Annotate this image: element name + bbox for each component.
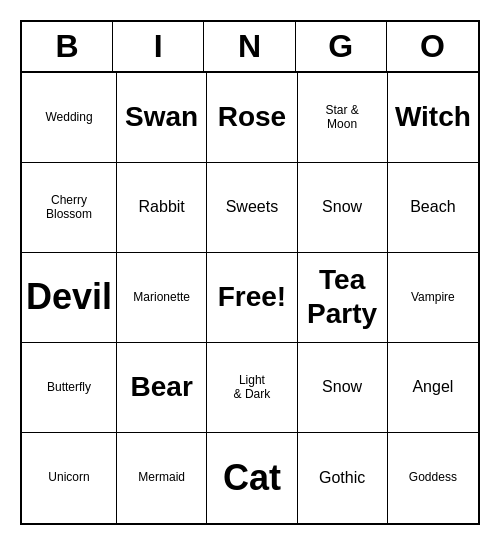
bingo-cell-10: Devil [22,253,117,343]
bingo-cell-7: Sweets [207,163,297,253]
header-letter-n: N [204,22,295,71]
bingo-cell-14: Vampire [388,253,478,343]
bingo-cell-19: Angel [388,343,478,433]
cell-text-19: Angel [412,377,453,396]
cell-text-18: Snow [322,377,362,396]
bingo-cell-0: Wedding [22,73,117,163]
bingo-cell-23: Gothic [298,433,388,523]
bingo-cell-12: Free! [207,253,297,343]
bingo-cell-20: Unicorn [22,433,117,523]
cell-text-3: Star &Moon [325,103,358,132]
cell-text-16: Bear [131,370,193,404]
cell-text-6: Rabbit [139,197,185,216]
cell-text-2: Rose [218,100,286,134]
bingo-cell-21: Mermaid [117,433,207,523]
header-letter-o: O [387,22,478,71]
bingo-cell-2: Rose [207,73,297,163]
bingo-cell-4: Witch [388,73,478,163]
cell-text-11: Marionette [133,290,190,304]
cell-text-5: CherryBlossom [46,193,92,222]
header-letter-g: G [296,22,387,71]
bingo-cell-16: Bear [117,343,207,433]
header-letter-b: B [22,22,113,71]
bingo-cell-18: Snow [298,343,388,433]
bingo-cell-13: TeaParty [298,253,388,343]
cell-text-8: Snow [322,197,362,216]
cell-text-12: Free! [218,280,286,314]
cell-text-22: Cat [223,456,281,499]
bingo-grid: WeddingSwanRoseStar &MoonWitchCherryBlos… [22,73,478,523]
cell-text-10: Devil [26,275,112,318]
cell-text-7: Sweets [226,197,278,216]
bingo-cell-8: Snow [298,163,388,253]
bingo-cell-9: Beach [388,163,478,253]
bingo-cell-11: Marionette [117,253,207,343]
cell-text-13: TeaParty [307,263,377,330]
bingo-card: BINGO WeddingSwanRoseStar &MoonWitchCher… [20,20,480,525]
cell-text-0: Wedding [45,110,92,124]
bingo-cell-22: Cat [207,433,297,523]
cell-text-20: Unicorn [48,470,89,484]
cell-text-24: Goddess [409,470,457,484]
bingo-cell-15: Butterfly [22,343,117,433]
cell-text-21: Mermaid [138,470,185,484]
cell-text-23: Gothic [319,468,365,487]
cell-text-4: Witch [395,100,471,134]
bingo-cell-17: Light& Dark [207,343,297,433]
bingo-cell-1: Swan [117,73,207,163]
header-letter-i: I [113,22,204,71]
cell-text-15: Butterfly [47,380,91,394]
cell-text-9: Beach [410,197,455,216]
bingo-header: BINGO [22,22,478,73]
bingo-cell-6: Rabbit [117,163,207,253]
cell-text-1: Swan [125,100,198,134]
bingo-cell-5: CherryBlossom [22,163,117,253]
bingo-cell-24: Goddess [388,433,478,523]
cell-text-17: Light& Dark [234,373,271,402]
cell-text-14: Vampire [411,290,455,304]
bingo-cell-3: Star &Moon [298,73,388,163]
